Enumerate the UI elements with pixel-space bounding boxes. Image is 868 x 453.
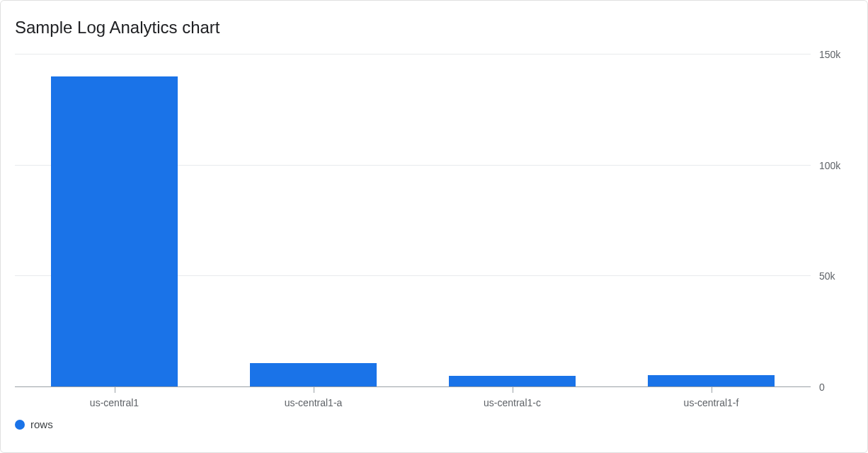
y-tick-label: 50k <box>819 270 835 282</box>
y-axis: 050k100k150k <box>811 55 853 387</box>
y-tick-label: 0 <box>819 382 825 393</box>
bars-container <box>15 55 811 387</box>
x-tick: us-central1-f <box>612 387 811 408</box>
x-tick-label: us-central1-a <box>214 397 413 408</box>
chart-card: Sample Log Analytics chart 050k100k150k … <box>0 0 868 453</box>
y-tick-label: 150k <box>819 49 840 60</box>
x-tick-label: us-central1-f <box>612 397 811 408</box>
bar-slot <box>214 55 413 387</box>
legend-marker-icon <box>15 420 25 430</box>
x-tick-mark <box>712 387 712 393</box>
bar[interactable] <box>648 375 775 387</box>
x-tick: us-central1-c <box>413 387 612 408</box>
x-tick-mark <box>513 387 513 393</box>
legend-label: rows <box>30 418 53 430</box>
x-tick-mark <box>115 387 115 393</box>
x-axis: us-central1us-central1-aus-central1-cus-… <box>15 387 811 408</box>
bar[interactable] <box>449 376 576 387</box>
x-tick: us-central1-a <box>214 387 413 408</box>
x-tick-mark <box>314 387 314 393</box>
bar-slot <box>413 55 612 387</box>
x-tick-label: us-central1 <box>15 397 214 408</box>
x-tick-label: us-central1-c <box>413 397 612 408</box>
chart-title: Sample Log Analytics chart <box>15 18 853 38</box>
bar-slot <box>15 55 214 387</box>
x-tick: us-central1 <box>15 387 214 408</box>
bar[interactable] <box>51 76 178 387</box>
plot-region <box>15 55 811 387</box>
bar[interactable] <box>250 363 377 387</box>
y-tick-label: 100k <box>819 160 840 171</box>
legend: rows <box>15 418 853 430</box>
chart-area: 050k100k150k <box>15 55 853 387</box>
bar-slot <box>612 55 811 387</box>
